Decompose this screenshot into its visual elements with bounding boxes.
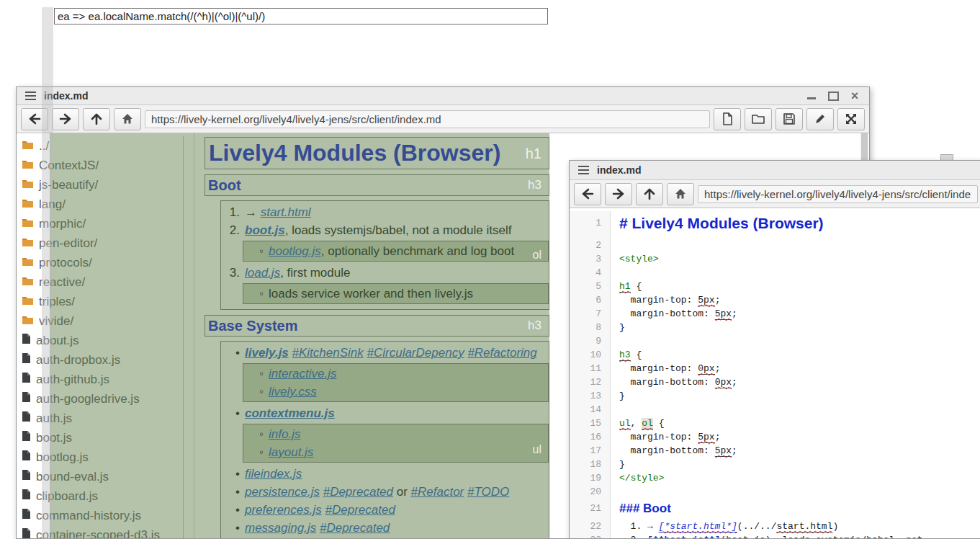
code-token: ;	[732, 377, 737, 388]
code-token: # Lively4 Modules (Browser)	[619, 215, 824, 231]
window2-url-field[interactable]	[698, 185, 978, 203]
edit-button[interactable]	[806, 108, 834, 130]
open-folder-button[interactable]	[745, 108, 772, 130]
window2-titlebar[interactable]: index.md	[570, 161, 980, 180]
code-text: <style>	[611, 252, 659, 266]
close-icon[interactable]: ×	[849, 91, 860, 101]
code-token: 5px	[715, 308, 732, 320]
tree-item-file[interactable]: bootlog.js	[20, 447, 183, 467]
home-button[interactable]	[114, 108, 141, 130]
tree-item-file[interactable]: clipboard.js	[20, 486, 183, 506]
tree-item-file[interactable]: command-history.js	[20, 506, 183, 525]
element-filter-input[interactable]	[54, 8, 548, 24]
save-button[interactable]	[776, 108, 803, 130]
md-link[interactable]: load.js	[245, 266, 280, 280]
code-line: 14	[570, 403, 980, 416]
maximize-icon[interactable]	[827, 91, 839, 101]
new-file-button[interactable]	[714, 108, 741, 130]
window1-titlebar[interactable]: index.md ×	[17, 87, 869, 105]
md-link[interactable]: lively.css	[269, 385, 317, 398]
code-token: {	[631, 281, 642, 292]
md-link[interactable]: #Refactor	[411, 485, 464, 499]
md-link[interactable]: contextmenu.js	[245, 406, 335, 420]
tree-item-file[interactable]: auth-github.js	[20, 370, 183, 389]
code-line: 21### Boot	[570, 499, 980, 520]
line-number: 6	[570, 293, 611, 307]
expand-arrows-icon	[845, 112, 858, 125]
code-line: 22 1. → [*start.html*](../../start.html)	[570, 520, 980, 533]
tree-item-file[interactable]: about.js	[20, 331, 183, 350]
code-line: 11 margin-top: 0px;	[570, 362, 980, 375]
back-button[interactable]	[21, 108, 48, 130]
window2-toolbar	[570, 180, 980, 208]
md-link[interactable]: boot.js	[245, 223, 285, 237]
code-text: margin-top: 0px;	[611, 362, 720, 375]
md-link[interactable]: messaging.js	[245, 521, 316, 535]
file-tree[interactable]: ../ContextJS/js-beautify/lang/morphic/pe…	[20, 136, 184, 538]
window1-url-field[interactable]	[145, 110, 710, 128]
md-link[interactable]: #KitchenSink	[292, 346, 364, 360]
expand-button[interactable]	[837, 108, 865, 130]
md-link[interactable]: #Refactoring	[467, 346, 536, 360]
md-link[interactable]: preferences.js	[245, 503, 322, 517]
tree-item-folder[interactable]: pen-editor/	[20, 233, 183, 253]
tree-item-folder[interactable]: ../	[20, 136, 183, 156]
menu-icon[interactable]	[574, 166, 593, 174]
tree-item-file[interactable]: auth-dropbox.js	[20, 350, 183, 370]
md-link[interactable]: interactive.js	[269, 367, 336, 380]
menu-icon[interactable]	[21, 92, 40, 100]
md-link[interactable]: persistence.js	[245, 485, 320, 499]
tree-item-label: container-scoped-d3.js	[36, 528, 160, 539]
md-link[interactable]: info.js	[269, 427, 300, 441]
tree-item-file[interactable]: auth-googledrive.js	[20, 389, 183, 409]
md-link[interactable]: #CircularDepency	[367, 346, 464, 360]
tree-item-folder[interactable]: ContextJS/	[20, 156, 183, 175]
code-text: # Lively4 Modules (Browser)	[611, 211, 824, 239]
code-line: 7 margin-bottom: 5px;	[570, 307, 980, 321]
tree-item-file[interactable]: bound-eval.js	[20, 467, 183, 486]
tree-item-folder[interactable]: vivide/	[20, 311, 183, 331]
forward-button[interactable]	[52, 108, 79, 130]
back-button[interactable]	[574, 183, 601, 205]
scrollbar-thumb[interactable]	[861, 133, 868, 161]
md-link[interactable]: start.html	[261, 205, 311, 219]
element-tag-label: ul	[533, 443, 541, 456]
file-icon	[22, 450, 31, 465]
code-token: ;	[732, 308, 737, 319]
file-icon	[22, 527, 31, 538]
code-text	[611, 334, 619, 348]
md-link[interactable]: fileindex.js	[245, 467, 302, 481]
md-link[interactable]: #Deprecated	[325, 503, 395, 517]
folder-icon	[22, 314, 34, 329]
tree-item-file[interactable]: boot.js	[20, 428, 183, 447]
tree-item-file[interactable]: container-scoped-d3.js	[20, 525, 183, 538]
line-number: 3	[570, 252, 611, 266]
tree-item-label: protocols/	[39, 256, 92, 270]
tree-item-folder[interactable]: reactive/	[20, 272, 183, 292]
md-link[interactable]: #Deprecated	[320, 521, 390, 535]
md-link[interactable]: #Deprecated	[323, 485, 393, 499]
markdown-body: Lively4 Modules (Browser)h1Booth31.→ sta…	[204, 137, 549, 538]
tree-item-folder[interactable]: js-beautify/	[20, 175, 183, 195]
code-token: ol	[642, 418, 653, 429]
code-line: 13}	[570, 389, 980, 403]
md-link[interactable]: lively.js	[245, 346, 289, 360]
forward-button[interactable]	[605, 183, 632, 205]
md-link[interactable]: bootlog.js	[269, 244, 321, 258]
md-link[interactable]: layout.js	[269, 445, 313, 459]
home-button[interactable]	[667, 183, 694, 205]
minimize-icon[interactable]	[806, 91, 817, 101]
tree-item-folder[interactable]: morphic/	[20, 214, 183, 233]
list-item: •lively.js #KitchenSink #CircularDepency…	[221, 344, 549, 362]
tree-item-folder[interactable]: lang/	[20, 195, 183, 214]
up-button[interactable]	[83, 108, 110, 130]
tree-item-label: auth-github.js	[36, 373, 109, 387]
md-link[interactable]: #TODO	[467, 485, 509, 499]
tree-item-file[interactable]: auth.js	[20, 409, 183, 428]
up-button[interactable]	[636, 183, 663, 205]
code-editor[interactable]: 1# Lively4 Modules (Browser)23<style>45h…	[570, 208, 980, 538]
tree-item-folder[interactable]: triples/	[20, 292, 183, 311]
tree-item-folder[interactable]: protocols/	[20, 253, 183, 272]
list-marker: •	[221, 344, 240, 362]
code-text: ul, ol {	[611, 416, 664, 430]
